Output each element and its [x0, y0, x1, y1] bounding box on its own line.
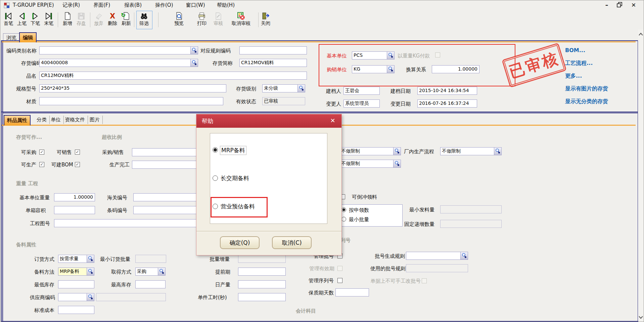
- lookup-icon[interactable]: [158, 268, 165, 275]
- manage-validity-checkbox: [337, 266, 342, 271]
- order-mode-field[interactable]: 按需求量: [58, 255, 94, 263]
- sellable-checkbox[interactable]: [75, 150, 80, 155]
- lead-time-field[interactable]: [238, 268, 286, 276]
- toolbar-filter-button[interactable]: 筛选: [137, 11, 151, 26]
- chevron-down-icon[interactable]: [638, 314, 643, 321]
- ok-button[interactable]: 确定(Q): [220, 236, 260, 249]
- std-cost-field[interactable]: [58, 306, 94, 314]
- subtab-image[interactable]: 图片: [87, 116, 103, 124]
- limit-a-field[interactable]: 不做限制: [339, 147, 401, 155]
- cancel-button[interactable]: 取消(C): [272, 236, 312, 249]
- close-window-button[interactable]: ✕: [629, 1, 638, 9]
- lookup-icon[interactable]: [387, 66, 394, 73]
- link-more[interactable]: 更多...: [565, 73, 582, 80]
- issue-by-request-radio[interactable]: [341, 207, 346, 212]
- subtab-unit[interactable]: 单位: [48, 116, 64, 124]
- issue-min-batch-radio[interactable]: [341, 217, 346, 222]
- toolbar-next-button[interactable]: 下笔: [29, 11, 42, 26]
- mrp-prepare-radio[interactable]: [213, 147, 218, 153]
- unit-weight-field[interactable]: 1.00000: [54, 193, 95, 201]
- producible-checkbox[interactable]: [39, 162, 44, 167]
- sales-unit-field[interactable]: KG: [352, 65, 395, 73]
- menu-view[interactable]: 界面(F): [93, 2, 110, 8]
- material-field[interactable]: [39, 97, 223, 105]
- section-usable: 存货可作...: [16, 134, 42, 140]
- lookup-icon[interactable]: [387, 52, 394, 59]
- toolbar-prev-button[interactable]: 上笔: [15, 11, 29, 26]
- link-process-flow[interactable]: 工艺流程...: [565, 60, 593, 67]
- toolbar-preview-button[interactable]: 预览: [172, 11, 186, 26]
- menu-window[interactable]: 窗口(W): [186, 2, 205, 8]
- spec-field[interactable]: 250*240*35: [39, 84, 226, 92]
- lookup-icon[interactable]: [190, 59, 198, 67]
- box-volume-field[interactable]: [54, 206, 95, 214]
- shelf-life-days-field[interactable]: [335, 288, 369, 296]
- manage-serial-no-checkbox[interactable]: [337, 278, 342, 283]
- tab-edit[interactable]: 编辑: [19, 32, 37, 42]
- rule-code-field[interactable]: [239, 46, 307, 54]
- item-code-field[interactable]: 400400008: [39, 59, 198, 67]
- mrp-prepare-label[interactable]: MRP备料: [220, 146, 246, 155]
- supplier-code-field[interactable]: [58, 293, 94, 301]
- level-field[interactable]: 未分级: [262, 84, 305, 92]
- vertical-scrollbar[interactable]: [638, 29, 644, 321]
- tab-underline: [2, 41, 636, 42]
- lookup-icon[interactable]: [87, 293, 94, 301]
- lookup-icon[interactable]: [393, 160, 401, 167]
- toolbar-close-button[interactable]: 关闭: [259, 11, 272, 26]
- chevron-up-icon[interactable]: [638, 31, 643, 38]
- item-name-field[interactable]: CR12MOV精料: [39, 72, 307, 80]
- base-unit-field[interactable]: PCS: [352, 51, 395, 59]
- lookup-icon[interactable]: [393, 148, 401, 155]
- menu-help[interactable]: 帮助(H): [217, 2, 235, 8]
- acquire-mode-field[interactable]: 采购: [135, 268, 166, 276]
- toolbar-cancel-audit-button[interactable]: 取消审核: [228, 11, 254, 26]
- item-abbr-field[interactable]: CR12MOV精料: [239, 59, 307, 67]
- lookup-icon[interactable]: [190, 47, 198, 54]
- code-category-label: 编码类别名称: [6, 48, 37, 54]
- menu-app[interactable]: T-GROUP ERP(E): [13, 2, 54, 8]
- menu-record[interactable]: 记录(R): [62, 2, 80, 8]
- subtab-item-attributes[interactable]: 料品属性: [4, 115, 31, 125]
- link-show-with-images[interactable]: 显示有图片的存货: [565, 85, 608, 92]
- toolbar-print-button[interactable]: 打印: [195, 11, 209, 26]
- min-stock-field[interactable]: [58, 280, 94, 288]
- limit-b-field[interactable]: 不做限制: [339, 160, 401, 168]
- daily-output-field[interactable]: [238, 280, 286, 288]
- lookup-icon[interactable]: [494, 148, 501, 155]
- subtab-category[interactable]: 分类: [34, 116, 50, 124]
- toolbar-new-button[interactable]: 新增: [61, 11, 74, 26]
- bom-checkbox[interactable]: [75, 162, 80, 167]
- toolbar-first-button[interactable]: 首笔: [2, 11, 15, 26]
- unit-work-seconds-field[interactable]: [238, 293, 286, 301]
- lookup-icon[interactable]: [87, 255, 94, 263]
- minimize-button[interactable]: –: [602, 1, 611, 9]
- lookup-icon[interactable]: [87, 268, 94, 275]
- batch-rule-field[interactable]: [406, 252, 468, 260]
- toolbar-delete-button[interactable]: X删除: [106, 11, 119, 26]
- menu-report[interactable]: 报表(B): [124, 2, 142, 8]
- prepare-method-field[interactable]: MRP备料: [58, 268, 94, 276]
- menu-action[interactable]: 操作(O): [155, 2, 173, 8]
- last-record-icon: [42, 11, 55, 21]
- toolbar-refresh-button[interactable]: ↻刷新: [120, 11, 133, 26]
- link-show-unclassified[interactable]: 显示无分类的存货: [565, 98, 608, 105]
- long-leadtime-label[interactable]: 长交期备料: [221, 174, 249, 182]
- lookup-icon[interactable]: [297, 85, 305, 92]
- purchasable-checkbox[interactable]: [39, 150, 44, 155]
- conversion-field[interactable]: 1.00000: [432, 65, 479, 73]
- restore-button[interactable]: [615, 2, 624, 10]
- toolbar-last-button[interactable]: 末笔: [42, 11, 55, 26]
- code-category-field[interactable]: [39, 46, 198, 54]
- max-stock-field[interactable]: [135, 280, 166, 288]
- item-name-label: 品名: [26, 73, 36, 79]
- section-over-ratio: 超收比例: [102, 134, 122, 140]
- modify-date-label: 变更日期: [390, 101, 411, 107]
- lookup-icon[interactable]: [460, 252, 468, 259]
- link-bom[interactable]: BOM...: [565, 47, 585, 53]
- dialog-titlebar[interactable]: 帮助 ✕: [196, 114, 341, 128]
- long-leadtime-radio[interactable]: [213, 175, 218, 181]
- dialog-close-icon[interactable]: ✕: [329, 117, 337, 124]
- factory-flow-field[interactable]: 不做限制: [440, 147, 502, 155]
- subtab-qualification[interactable]: 资格文件: [62, 116, 88, 124]
